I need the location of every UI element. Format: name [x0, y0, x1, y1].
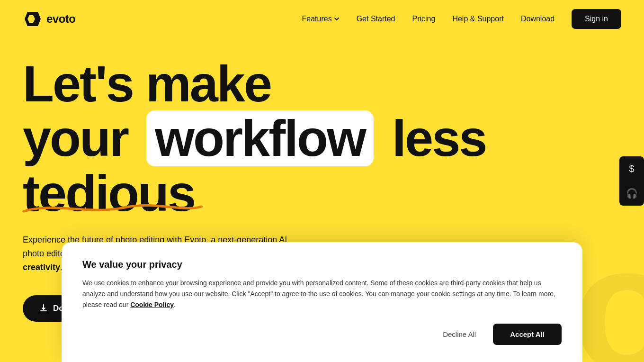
cookie-body: We use cookies to enhance your browsing … [82, 278, 562, 310]
hero-line1: Let's make [23, 55, 271, 112]
cookie-actions: Decline All Accept All [82, 324, 562, 345]
pricing-icon: $ [629, 163, 634, 174]
nav-links: Features Get Started Pricing Help & Supp… [302, 9, 621, 29]
navbar: evoto Features Get Started Pricing Help … [0, 0, 644, 38]
workflow-highlight: workflow [146, 110, 374, 166]
nav-features-label: Features [302, 15, 332, 23]
sidebar-support-button[interactable]: 🎧 [619, 181, 644, 206]
headphones-icon: 🎧 [626, 188, 638, 199]
hero-headline: Let's make your workflow less tedious [23, 57, 621, 220]
cookie-title: We value your privacy [82, 259, 562, 270]
nav-signin-button[interactable]: Sign in [572, 9, 621, 29]
cookie-policy-link[interactable]: Cookie Policy [130, 301, 174, 308]
chevron-down-icon [334, 16, 340, 22]
nav-pricing-link[interactable]: Pricing [412, 15, 436, 23]
hero-line2: your workflow less tedious [23, 109, 486, 221]
nav-features-link[interactable]: Features [302, 15, 340, 23]
tedious-word: tedious [23, 166, 195, 220]
sidebar-float: $ 🎧 [619, 156, 644, 206]
cookie-banner: We value your privacy We use cookies to … [62, 242, 582, 362]
workflow-word: workflow [155, 109, 365, 167]
download-icon [39, 304, 48, 313]
accept-all-button[interactable]: Accept All [493, 324, 562, 345]
nav-download-link[interactable]: Download [521, 15, 555, 23]
sidebar-pricing-button[interactable]: $ [619, 156, 644, 181]
hero-line2-suffix: less [392, 109, 486, 167]
decline-all-button[interactable]: Decline All [433, 326, 485, 343]
hero-line2-prefix: your [23, 109, 128, 167]
logo-text: evoto [46, 12, 76, 26]
nav-help-support-link[interactable]: Help & Support [452, 15, 504, 23]
logo-link[interactable]: evoto [23, 9, 76, 29]
logo-icon [23, 9, 43, 29]
nav-get-started-link[interactable]: Get Started [357, 15, 395, 23]
